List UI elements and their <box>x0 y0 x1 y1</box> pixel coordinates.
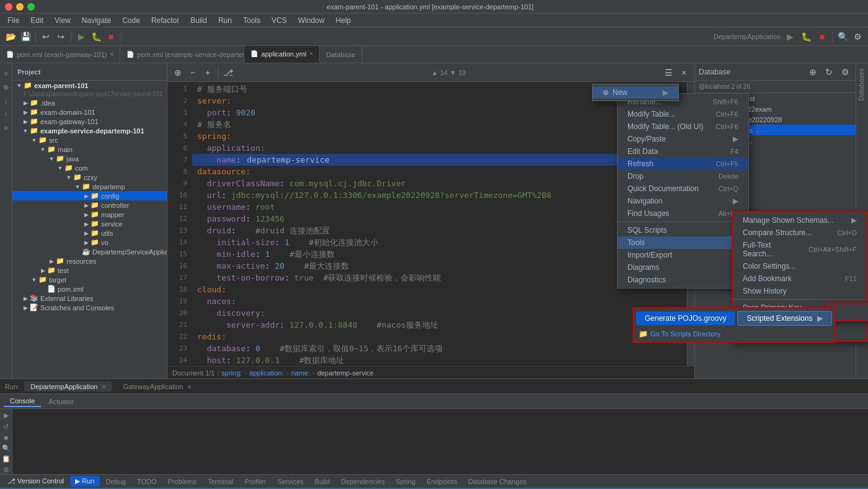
tree-arrow-ext-libs[interactable]: ▶ <box>21 295 30 302</box>
ts-color-settings[interactable]: Color Settings... <box>733 260 867 272</box>
tree-arrow-src[interactable]: ▼ <box>30 137 38 143</box>
cm-import-export[interactable]: Import/Export ▶ <box>618 249 748 261</box>
toolbar-redo[interactable]: ↪ <box>54 30 68 43</box>
left-icon-5[interactable]: ≡ <box>1 123 11 133</box>
left-icon-2[interactable]: ⊕ <box>1 82 11 92</box>
taskbar-todo[interactable]: TODO <box>132 477 162 487</box>
menu-edit[interactable]: Edit <box>25 15 48 26</box>
goto-scripts-link[interactable]: Go To Scripts Directory <box>650 330 720 338</box>
left-icon-4[interactable]: ↑ <box>1 109 11 119</box>
ts-manage-schemas[interactable]: Manage Shown Schemas... ▶ <box>733 214 867 227</box>
taskbar-terminal[interactable]: Terminal <box>203 477 239 487</box>
menu-build[interactable]: Build <box>185 15 212 26</box>
bc-icon-4[interactable]: 🔍 <box>1 444 11 453</box>
tree-arrow-test[interactable]: ▶ <box>38 267 47 274</box>
tree-czxy[interactable]: ▼ 📁 czxy <box>12 173 167 182</box>
tab-pom-departemp[interactable]: 📄 pom.xml (example-service-departemp-101… <box>120 46 244 63</box>
menu-navigate[interactable]: Navigate <box>77 15 116 26</box>
bc-icon-5[interactable]: 📋 <box>1 455 11 464</box>
tree-departemp-pkg[interactable]: ▼ 📁 departemp <box>12 182 167 191</box>
ts-show-history[interactable]: Show History <box>733 285 867 297</box>
tree-arrow-domain[interactable]: ▶ <box>21 109 30 115</box>
tree-idea[interactable]: ▶ 📁 .idea <box>12 98 167 107</box>
tree-pom[interactable]: 📄 pom.xml <box>12 284 167 294</box>
tree-gateway[interactable]: ▶ 📁 exam-gateway-101 <box>12 117 167 126</box>
taskbar-problems[interactable]: Problems <box>163 477 202 487</box>
cm-modify-table-old[interactable]: Modify Table... (Old UI) Ctrl+F6 <box>618 120 748 133</box>
ts-add-bookmark[interactable]: Add Bookmark F11 <box>733 272 867 285</box>
toolbar-stop[interactable]: ■ <box>104 30 118 43</box>
db-add[interactable]: ⊕ <box>806 65 820 79</box>
tree-departemp-app[interactable]: ☕ DepartempServiceAppliation <box>12 247 167 256</box>
cm-quick-docs[interactable]: Quick Documentation Ctrl+Q <box>618 182 748 195</box>
et-structure[interactable]: ⊕ <box>171 66 185 79</box>
db-settings[interactable]: ⚙ <box>838 65 852 79</box>
et-expand[interactable]: + <box>201 66 215 79</box>
menu-view[interactable]: View <box>50 15 76 26</box>
tree-arrow-mapper[interactable]: ▶ <box>82 212 91 218</box>
taskbar-profiler[interactable]: Profiler <box>240 477 272 487</box>
tree-arrow-gateway[interactable]: ▶ <box>21 119 30 125</box>
tree-test[interactable]: ▶ 📁 test <box>12 266 167 275</box>
tab-application-yml[interactable]: 📄 application.yml × <box>244 46 320 63</box>
tree-arrow-utils[interactable]: ▶ <box>82 230 91 236</box>
menu-vcs[interactable]: VCS <box>267 15 292 26</box>
taskbar-run[interactable]: ▶ Run <box>70 476 99 487</box>
toolbar-debug[interactable]: 🐛 <box>89 30 103 43</box>
menu-code[interactable]: Code <box>117 15 145 26</box>
taskbar-db-changes[interactable]: Database Changes <box>463 477 531 487</box>
db-refresh[interactable]: ↻ <box>822 65 836 79</box>
tree-ext-libs[interactable]: ▶ 📚 External Libraries <box>12 294 167 303</box>
toolbar-save[interactable]: 💾 <box>19 30 32 43</box>
tree-config[interactable]: ▶ 📁 config <box>12 191 167 200</box>
bc-name[interactable]: name: <box>291 369 310 377</box>
new-item-new[interactable]: ⊕ New ▶ <box>593 86 678 99</box>
tree-arrow-vo[interactable]: ▶ <box>82 240 91 246</box>
bp-tab-actuator[interactable]: Actuator <box>42 397 80 406</box>
taskbar-debug[interactable]: Debug <box>101 477 131 487</box>
toolbar-settings[interactable]: ⚙ <box>851 30 864 43</box>
taskbar-spring[interactable]: Spring <box>391 477 420 487</box>
tree-target[interactable]: ▼ 📁 target <box>12 275 167 284</box>
menu-run[interactable]: Run <box>213 15 237 26</box>
taskbar-services[interactable]: Services <box>272 477 308 487</box>
tree-main[interactable]: ▼ 📁 main <box>12 145 167 154</box>
tree-controller[interactable]: ▶ 📁 controller <box>12 200 167 210</box>
bc-application[interactable]: application: <box>249 369 284 377</box>
vtab-databases[interactable]: Databases <box>856 63 868 106</box>
tree-arrow-departemp[interactable]: ▼ <box>21 128 30 134</box>
tab-pom-gateway-close[interactable]: × <box>110 51 114 58</box>
menu-tools[interactable]: Tools <box>238 15 265 26</box>
et-close-file[interactable]: × <box>677 66 691 79</box>
tree-domain[interactable]: ▶ 📁 exam-domain-101 <box>12 107 167 117</box>
et-collapse[interactable]: − <box>186 66 200 79</box>
cm-tools[interactable]: Tools ▶ <box>618 236 748 249</box>
tree-departemp-service[interactable]: ▼ 📁 example-service-departemp-101 <box>12 126 167 135</box>
menu-file[interactable]: File <box>2 15 24 26</box>
run-tab-departemp-close[interactable]: × <box>102 384 106 390</box>
close-btn[interactable] <box>5 3 12 11</box>
toolbar-open[interactable]: 📂 <box>4 30 17 43</box>
run-tab-departemp[interactable]: DepartempApplication × <box>24 382 112 392</box>
tree-service[interactable]: ▶ 📁 service <box>12 219 167 228</box>
tab-database[interactable]: Database <box>320 46 362 63</box>
min-btn[interactable] <box>16 3 24 11</box>
toolbar-run-stop[interactable]: ■ <box>815 30 829 43</box>
toolbar-undo[interactable]: ↩ <box>39 30 53 43</box>
generate-pojos-btn[interactable]: Generate POJOs.groovy <box>636 312 735 325</box>
cm-drop[interactable]: Drop Delete <box>618 170 748 182</box>
tree-arrow-com[interactable]: ▼ <box>56 165 64 171</box>
menu-help[interactable]: Help <box>330 15 356 26</box>
cm-edit-data[interactable]: Edit Data F4 <box>618 145 748 158</box>
tree-arrow-controller[interactable]: ▶ <box>82 202 91 209</box>
cm-copy-paste[interactable]: Copy/Paste ▶ <box>618 133 748 145</box>
tree-arrow-target[interactable]: ▼ <box>30 277 38 283</box>
bc-icon-6[interactable]: ⚙ <box>1 466 11 475</box>
taskbar-deps[interactable]: Dependencies <box>336 477 389 487</box>
tree-arrow-main[interactable]: ▼ <box>38 146 47 153</box>
bc-icon-3[interactable]: ■ <box>1 433 11 442</box>
menu-refactor[interactable]: Refactor <box>146 15 184 26</box>
tree-arrow-resources[interactable]: ▶ <box>47 258 56 264</box>
run-tab-gateway-close[interactable]: × <box>188 384 192 390</box>
ts-compare-structure[interactable]: Compare Structure... Ctrl+D <box>733 227 867 239</box>
